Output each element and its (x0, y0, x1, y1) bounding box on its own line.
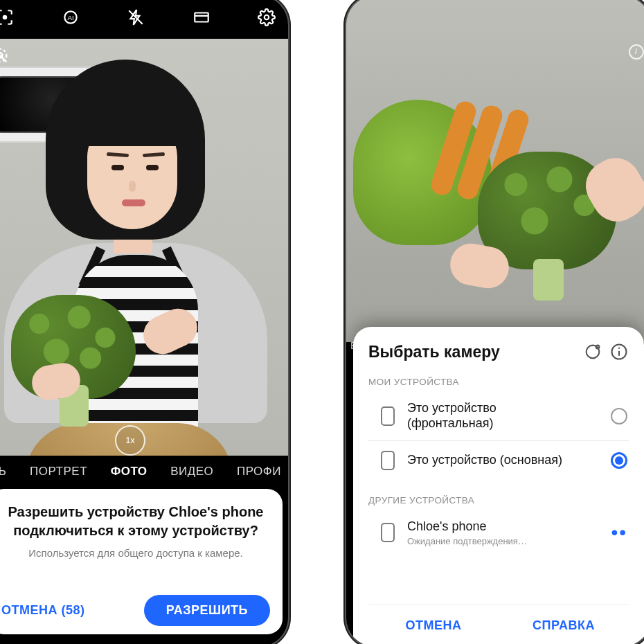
camera-picker-sheet: Выбрать камеру МОИ УСТРОЙСТВА Это устрой… (353, 327, 644, 644)
scan-icon[interactable] (0, 8, 14, 26)
help-button[interactable]: СПРАВКА (499, 605, 629, 644)
dialog-subtitle: Используется для общего доступа к камере… (1, 547, 270, 559)
camera-top-toolbar: AI (0, 0, 288, 39)
phone-left-frame: AI ЧЬ ПОРТРЕТ ФОТО (0, 0, 288, 644)
settings-icon[interactable] (258, 8, 276, 26)
permission-dialog: Разрешить устройству Chloe's phone подкл… (0, 489, 283, 634)
info-icon[interactable] (609, 342, 629, 361)
mode-item-active[interactable]: ФОТО (107, 465, 152, 478)
zoom-1x-button[interactable] (115, 425, 145, 456)
radio-unselected[interactable] (611, 408, 627, 424)
device-row-chloes-phone[interactable]: Chloe's phone Ожидание подтверждения… •• (368, 510, 629, 556)
svg-point-10 (587, 346, 600, 359)
svg-text:AI: AI (67, 14, 73, 21)
phone-icon (381, 406, 395, 426)
switch-camera-icon[interactable] (583, 342, 602, 361)
camera-viewfinder[interactable] (0, 39, 288, 456)
svg-point-6 (265, 15, 269, 20)
radio-selected[interactable] (611, 452, 627, 469)
svg-point-0 (3, 15, 8, 20)
svg-rect-4 (195, 13, 208, 22)
mode-item[interactable]: ПРОФИ (233, 465, 285, 478)
mode-item[interactable]: ПОРТРЕТ (26, 465, 91, 478)
svg-point-14 (618, 348, 620, 349)
device-status: Ожидание подтверждения… (407, 536, 608, 546)
mode-item[interactable]: ЧЬ (0, 465, 11, 478)
camera-viewfinder[interactable] (346, 0, 644, 342)
phone-icon (381, 451, 395, 470)
dialog-title: Разрешить устройству Chloe's phone подкл… (1, 503, 270, 540)
device-row-this-front[interactable]: Это устройство (фронтальная) (368, 391, 629, 440)
cancel-button[interactable]: ОТМЕНА (368, 605, 499, 644)
device-row-this-main[interactable]: Это устройство (основная) (368, 440, 629, 480)
picker-title: Выбрать камеру (368, 343, 576, 361)
motion-photo-off-icon[interactable] (0, 46, 10, 65)
device-name: Chloe's phone (407, 519, 608, 535)
flash-off-icon[interactable] (127, 8, 145, 26)
phone-icon (381, 523, 395, 542)
allow-button[interactable]: РАЗРЕШИТЬ (144, 595, 270, 626)
camera-mode-row[interactable]: ЧЬ ПОРТРЕТ ФОТО ВИДЕО ПРОФИ (0, 456, 288, 488)
device-label: Это устройство (основная) (407, 453, 611, 468)
mode-item[interactable]: ВИДЕО (166, 465, 217, 478)
pending-icon: •• (608, 529, 627, 536)
section-my-devices: МОИ УСТРОЙСТВА (368, 377, 629, 387)
section-other-devices: ДРУГИЕ УСТРОЙСТВА (368, 495, 629, 506)
device-label: Это устройство (фронтальная) (407, 401, 611, 431)
phone-right-frame: ЕС Выбрать камеру МОИ УСТРОЙСТВА Это уст… (346, 0, 644, 644)
cancel-button[interactable]: ОТМЕНА (58) (1, 603, 85, 618)
info-icon[interactable] (629, 44, 644, 60)
ai-icon[interactable]: AI (62, 8, 80, 26)
aspect-ratio-icon[interactable] (193, 8, 211, 26)
